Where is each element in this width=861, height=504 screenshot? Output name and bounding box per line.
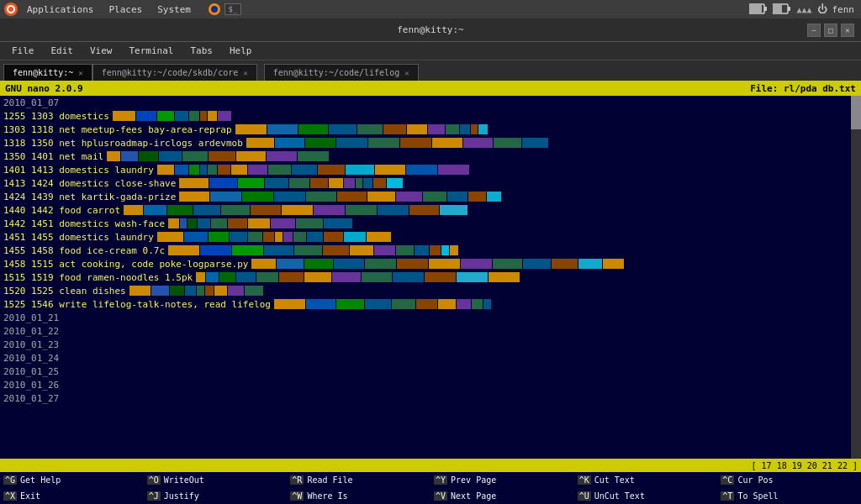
- editor-line-2: 1303 1318 net meetup-fees bay-area-repra…: [0, 123, 851, 136]
- shortcut-5[interactable]: ^CCur Pos: [717, 472, 861, 488]
- distro-icon: [3, 2, 18, 17]
- close-button[interactable]: ✕: [841, 24, 854, 37]
- shortcut-key-5: ^C: [721, 475, 734, 485]
- shortcut-key-2: ^R: [290, 475, 304, 485]
- editor-line-17: 2010_01_22: [0, 324, 851, 338]
- terminal-taskbar-icon[interactable]: $_: [224, 3, 241, 15]
- tabs-menu[interactable]: Tabs: [183, 44, 219, 58]
- shortcut-label-7: Justify: [164, 491, 199, 501]
- system-bar: Applications Places System $_ ▲▲▲ ⏻ fenn: [0, 0, 861, 18]
- svg-rect-6: [764, 7, 767, 11]
- editor-line-21: 2010_01_26: [0, 378, 851, 391]
- tab-2[interactable]: fenn@kitty:~/code/lifelog ✕: [264, 64, 419, 81]
- editor-area[interactable]: 2010_01_071255 1303 domestics1303 1318 n…: [0, 96, 861, 459]
- applications-menu[interactable]: Applications: [20, 3, 100, 17]
- shortcut-8[interactable]: ^WWhere Is: [287, 488, 430, 504]
- file-menu[interactable]: File: [5, 44, 41, 58]
- edit-menu[interactable]: Edit: [45, 44, 81, 58]
- tab-1-label: fenn@kitty:~/code/skdb/core: [102, 68, 239, 77]
- colorbar-8: [124, 205, 467, 215]
- view-menu[interactable]: View: [83, 44, 119, 58]
- colorbar-10: [157, 232, 391, 242]
- tab-0[interactable]: fenn@kitty:~ ✕: [3, 64, 92, 81]
- shortcut-key-4: ^K: [578, 475, 591, 485]
- scrollbar[interactable]: [851, 96, 861, 459]
- colorbar-11: [168, 245, 458, 255]
- editor-line-5: 1401 1413 domestics laundry: [0, 163, 851, 176]
- shortcut-4[interactable]: ^KCut Text: [574, 472, 718, 488]
- shortcut-0[interactable]: ^GGet Help: [0, 472, 144, 488]
- colorbar-5: [157, 165, 469, 175]
- tab-0-label: fenn@kitty:~: [13, 68, 73, 77]
- shortcut-6[interactable]: ^XExit: [0, 488, 144, 504]
- tab-1-close[interactable]: ✕: [243, 69, 247, 77]
- shortcut-key-10: ^U: [578, 491, 591, 501]
- tab-1[interactable]: fenn@kitty:~/code/skdb/core ✕: [92, 64, 257, 81]
- shortcut-label-0: Get Help: [20, 475, 61, 485]
- colorbar-15: [274, 299, 491, 309]
- svg-rect-9: [788, 7, 790, 11]
- scrollbar-thumb[interactable]: [851, 96, 861, 129]
- editor-line-1: 1255 1303 domestics: [0, 109, 851, 123]
- shortcut-key-8: ^W: [290, 491, 304, 501]
- tab-0-close[interactable]: ✕: [78, 69, 82, 77]
- shortcut-10[interactable]: ^UUnCut Text: [574, 488, 718, 504]
- colorbar-12: [251, 259, 624, 269]
- signal-bars: ▲▲▲: [796, 5, 811, 14]
- shortcut-2[interactable]: ^RRead File: [287, 472, 430, 488]
- editor-line-9: 1442 1451 domestics wash-face: [0, 217, 851, 230]
- shortcut-label-3: Prev Page: [451, 475, 496, 485]
- shortcut-7[interactable]: ^JJustify: [144, 488, 288, 504]
- editor-line-16: 2010_01_21: [0, 311, 851, 324]
- shortcut-label-4: Cut Text: [594, 475, 635, 485]
- battery-icon-1: [749, 3, 768, 15]
- system-menu[interactable]: System: [151, 3, 198, 17]
- system-menu-area: Applications Places System $_: [0, 2, 742, 17]
- system-clock: fenn: [832, 4, 855, 15]
- terminal-menu[interactable]: Terminal: [123, 44, 181, 58]
- svg-point-4: [211, 6, 218, 13]
- editor-line-7: 1424 1439 net kartik-gada-prize: [0, 190, 851, 203]
- places-menu[interactable]: Places: [102, 3, 149, 17]
- shortcut-label-1: WriteOut: [164, 475, 204, 485]
- shortcut-9[interactable]: ^VNext Page: [430, 488, 574, 504]
- shortcut-key-9: ^V: [434, 491, 447, 501]
- shortcut-3[interactable]: ^YPrev Page: [430, 472, 574, 488]
- shortcut-11[interactable]: ^TTo Spell: [717, 488, 861, 504]
- shortcut-label-8: Where Is: [307, 491, 347, 501]
- colorbar-3: [246, 138, 548, 148]
- colorbar-1: [113, 111, 231, 121]
- editor-line-12: 1458 1515 act cooking, code poke-logpars…: [0, 257, 851, 270]
- nano-status-bar: [ 17 18 19 20 21 22 ]: [0, 459, 861, 472]
- shortcut-label-9: Next Page: [451, 491, 496, 501]
- minimize-button[interactable]: —: [807, 24, 821, 37]
- power-button[interactable]: ⏻: [817, 3, 827, 15]
- colorbar-13: [196, 272, 520, 282]
- help-menu[interactable]: Help: [223, 44, 259, 58]
- shortcut-key-11: ^T: [721, 491, 734, 501]
- svg-rect-10: [774, 5, 782, 13]
- editor-line-13: 1515 1519 food ramen-noodles 1.5pk: [0, 270, 851, 284]
- terminal-titlebar: fenn@kitty:~ — □ ✕: [0, 18, 861, 42]
- shortcut-1[interactable]: ^OWriteOut: [144, 472, 288, 488]
- terminal-title: fenn@kitty:~: [397, 24, 463, 35]
- shortcut-label-11: To Spell: [737, 491, 778, 501]
- nano-status-text: [ 17 18 19 20 21 22 ]: [752, 461, 858, 470]
- editor-line-22: 2010_01_27: [0, 391, 851, 405]
- shortcut-label-6: Exit: [20, 491, 40, 501]
- tab-2-close[interactable]: ✕: [404, 69, 409, 77]
- svg-rect-7: [750, 5, 762, 13]
- firefox-taskbar-icon[interactable]: [206, 2, 223, 17]
- svg-point-2: [8, 7, 13, 12]
- editor-line-8: 1440 1442 food carrot: [0, 203, 851, 217]
- window-controls: — □ ✕: [807, 24, 854, 37]
- shortcut-label-10: UnCut Text: [594, 491, 645, 501]
- editor-line-4: 1350 1401 net mail: [0, 150, 851, 163]
- editor-lines[interactable]: 2010_01_071255 1303 domestics1303 1318 n…: [0, 96, 851, 459]
- colorbar-7: [179, 192, 501, 202]
- editor-line-19: 2010_01_24: [0, 351, 851, 365]
- maximize-button[interactable]: □: [824, 24, 837, 37]
- editor-line-18: 2010_01_23: [0, 338, 851, 351]
- system-tray: ▲▲▲ ⏻ fenn: [742, 3, 861, 15]
- nano-version: GNU nano 2.0.9: [5, 83, 83, 94]
